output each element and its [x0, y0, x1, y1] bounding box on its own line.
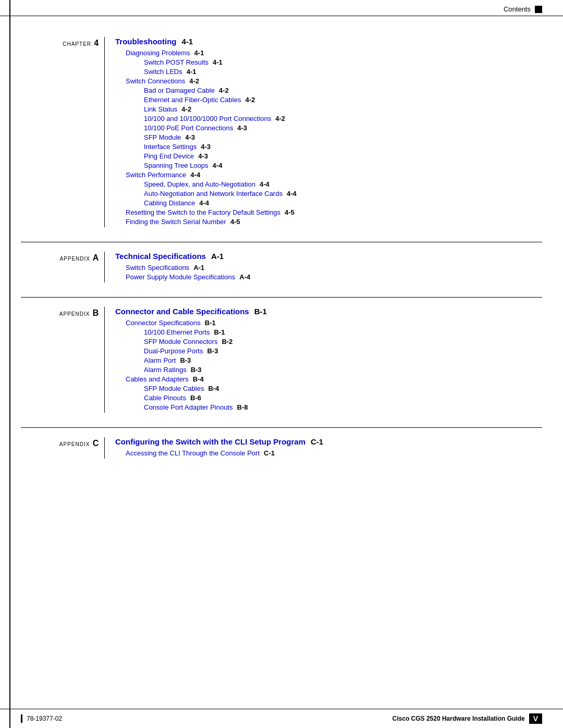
- section-title-page: C-1: [311, 437, 323, 446]
- toc-entry-text: Dual-Purpose Ports: [144, 347, 203, 355]
- toc-entry-2-0[interactable]: Connector SpecificationsB-1: [115, 319, 542, 327]
- bottom-left-bar: [21, 714, 22, 723]
- toc-entry-text: Accessing the CLI Through the Console Po…: [126, 449, 260, 457]
- toc-entry-0-13[interactable]: Switch Performance4-4: [115, 171, 542, 179]
- toc-entry-page: A-4: [239, 273, 250, 281]
- toc-entry-text: Diagnosing Problems: [126, 49, 190, 57]
- toc-entry-2-1[interactable]: 10/100 Ethernet PortsB-1: [115, 328, 542, 336]
- toc-entry-text: Switch Connections: [126, 77, 185, 85]
- toc-entry-page: B-8: [237, 403, 248, 411]
- toc-entry-text: Switch LEDs: [144, 68, 182, 76]
- doc-number: 78-19377-02: [27, 715, 62, 722]
- toc-entry-0-14[interactable]: Speed, Duplex, and Auto-Negotiation4-4: [115, 180, 542, 188]
- toc-entry-page: 4-4: [260, 180, 270, 188]
- section-title-page: 4-1: [182, 37, 193, 46]
- section-title-chapter4[interactable]: Troubleshooting4-1: [115, 37, 542, 46]
- toc-entry-0-5[interactable]: Ethernet and Fiber-Optic Cables4-2: [115, 96, 542, 104]
- top-bar: Contents: [0, 0, 563, 16]
- section-label-appendixC: APPENDIX C: [21, 437, 104, 459]
- section-appendixB: APPENDIX BConnector and Cable Specificat…: [21, 297, 542, 413]
- toc-entry-page: 4-4: [287, 190, 297, 198]
- toc-entry-page: 4-2: [245, 96, 255, 104]
- bottom-right: Cisco CGS 2520 Hardware Installation Gui…: [393, 713, 542, 724]
- toc-entry-page: A-1: [193, 264, 204, 272]
- toc-entry-page: 4-4: [199, 199, 209, 207]
- toc-entry-page: 4-2: [181, 105, 191, 113]
- toc-entry-text: 10/100 Ethernet Ports: [144, 328, 210, 336]
- toc-entry-2-8[interactable]: Cable PinoutsB-6: [115, 394, 542, 402]
- toc-entry-2-2[interactable]: SFP Module ConnectorsB-2: [115, 338, 542, 346]
- toc-entry-text: SFP Module Connectors: [144, 338, 217, 346]
- toc-entry-text: Console Port Adapter Pinouts: [144, 403, 233, 411]
- section-body-appendixA: Technical SpecificationsA-1Switch Specif…: [115, 252, 542, 282]
- toc-entry-text: Auto-Negotiation and Network Interface C…: [144, 190, 283, 198]
- toc-entry-page: B-3: [180, 356, 191, 364]
- toc-entry-text: Power Supply Module Specifications: [126, 273, 235, 281]
- bottom-bar: 78-19377-02 Cisco CGS 2520 Hardware Inst…: [0, 709, 563, 728]
- section-title-appendixA[interactable]: Technical SpecificationsA-1: [115, 252, 542, 261]
- toc-entry-text: Connector Specifications: [126, 319, 201, 327]
- toc-entry-0-18[interactable]: Finding the Switch Serial Number4-5: [115, 218, 542, 226]
- section-body-chapter4: Troubleshooting4-1Diagnosing Problems4-1…: [115, 37, 542, 227]
- toc-entry-2-6[interactable]: Cables and AdaptersB-4: [115, 375, 542, 383]
- toc-entry-0-3[interactable]: Switch Connections4-2: [115, 77, 542, 85]
- toc-entry-0-11[interactable]: Ping End Device4-3: [115, 152, 542, 160]
- toc-entry-0-16[interactable]: Cabling Distance4-4: [115, 199, 542, 207]
- toc-entry-2-4[interactable]: Alarm PortB-3: [115, 356, 542, 364]
- toc-entry-page: 4-1: [213, 58, 223, 66]
- toc-entry-1-1[interactable]: Power Supply Module SpecificationsA-4: [115, 273, 542, 281]
- page: Contents CHAPTER 4Troubleshooting4-1Diag…: [0, 0, 563, 728]
- toc-entry-0-7[interactable]: 10/100 and 10/100/1000 Port Connections4…: [115, 115, 542, 122]
- section-title-appendixB[interactable]: Connector and Cable SpecificationsB-1: [115, 307, 542, 316]
- section-divider-appendixA: [104, 252, 105, 282]
- toc-entry-text: Resetting the Switch to the Factory Defa…: [126, 208, 280, 216]
- toc-entry-page: 4-2: [219, 87, 229, 94]
- toc-entry-page: B-1: [205, 319, 216, 327]
- toc-entry-0-0[interactable]: Diagnosing Problems4-1: [115, 49, 542, 57]
- toc-entry-text: Ethernet and Fiber-Optic Cables: [144, 96, 241, 104]
- toc-entry-text: Finding the Switch Serial Number: [126, 218, 226, 226]
- toc-entry-0-12[interactable]: Spanning Tree Loops4-4: [115, 162, 542, 169]
- toc-entry-page: 4-3: [201, 143, 211, 151]
- toc-entry-0-2[interactable]: Switch LEDs4-1: [115, 68, 542, 76]
- section-title-text: Troubleshooting: [115, 37, 177, 46]
- toc-entry-0-9[interactable]: SFP Module4-3: [115, 133, 542, 141]
- toc-entry-0-10[interactable]: Interface Settings4-3: [115, 143, 542, 151]
- toc-entry-page: B-4: [208, 385, 219, 392]
- toc-entry-0-15[interactable]: Auto-Negotiation and Network Interface C…: [115, 190, 542, 198]
- top-bar-square: [535, 6, 542, 13]
- toc-entry-page: B-3: [191, 366, 202, 374]
- toc-entry-2-3[interactable]: Dual-Purpose PortsB-3: [115, 347, 542, 355]
- toc-entry-page: 4-4: [190, 171, 200, 179]
- toc-entry-text: Cable Pinouts: [144, 394, 186, 402]
- toc-entry-1-0[interactable]: Switch SpecificationsA-1: [115, 264, 542, 272]
- section-divider-appendixC: [104, 437, 105, 459]
- toc-entry-page: 4-3: [237, 124, 247, 132]
- section-title-text: Technical Specifications: [115, 252, 206, 261]
- toc-entry-0-17[interactable]: Resetting the Switch to the Factory Defa…: [115, 208, 542, 216]
- toc-entry-2-9[interactable]: Console Port Adapter PinoutsB-8: [115, 403, 542, 411]
- section-body-appendixC: Configuring the Switch with the CLI Setu…: [115, 437, 542, 459]
- toc-entry-text: Spanning Tree Loops: [144, 162, 209, 169]
- toc-entry-page: 4-2: [275, 115, 285, 122]
- toc-entry-2-7[interactable]: SFP Module CablesB-4: [115, 385, 542, 392]
- left-vertical-bar: [9, 0, 10, 728]
- toc-entry-0-1[interactable]: Switch POST Results4-1: [115, 58, 542, 66]
- toc-entry-text: 10/100 PoE Port Connections: [144, 124, 233, 132]
- toc-entry-3-0[interactable]: Accessing the CLI Through the Console Po…: [115, 449, 542, 457]
- section-divider-appendixB: [104, 307, 105, 413]
- contents-label: Contents: [504, 5, 531, 13]
- toc-entry-page: B-4: [193, 375, 204, 383]
- section-title-page: B-1: [254, 307, 267, 316]
- toc-entry-page: B-2: [222, 338, 232, 346]
- toc-entry-page: B-1: [214, 328, 225, 336]
- toc-entry-0-4[interactable]: Bad or Damaged Cable4-2: [115, 87, 542, 94]
- toc-entry-2-5[interactable]: Alarm RatingsB-3: [115, 366, 542, 374]
- toc-entry-page: 4-4: [213, 162, 223, 169]
- guide-title: Cisco CGS 2520 Hardware Installation Gui…: [393, 715, 525, 722]
- toc-entry-text: Speed, Duplex, and Auto-Negotiation: [144, 180, 255, 188]
- toc-entry-0-6[interactable]: Link Status4-2: [115, 105, 542, 113]
- section-title-appendixC[interactable]: Configuring the Switch with the CLI Setu…: [115, 437, 542, 446]
- toc-entry-text: Switch Performance: [126, 171, 186, 179]
- toc-entry-0-8[interactable]: 10/100 PoE Port Connections4-3: [115, 124, 542, 132]
